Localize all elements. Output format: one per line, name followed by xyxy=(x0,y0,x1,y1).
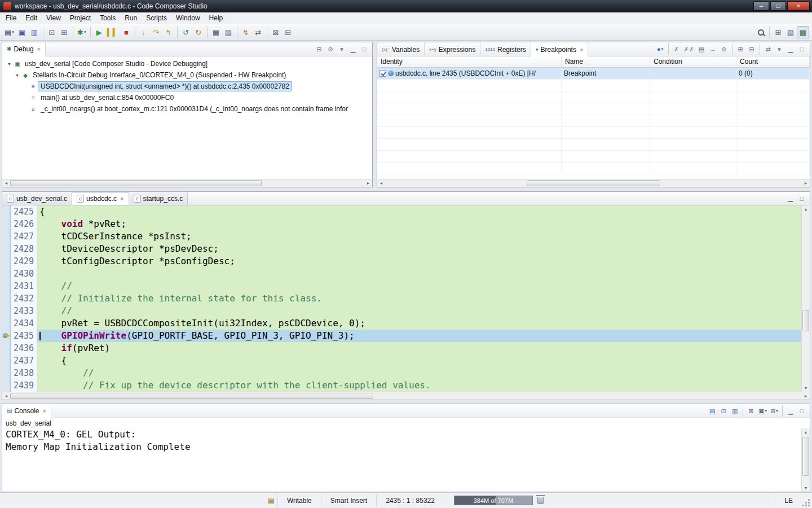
collapse-all-button[interactable]: ⊟ xyxy=(746,43,757,55)
scrollbar-thumb[interactable] xyxy=(802,437,809,476)
marker-column[interactable] xyxy=(2,367,11,379)
flash-button[interactable]: ↯ xyxy=(240,26,252,38)
code-line-2434[interactable]: 2434 pvRet = USBDCDCCompositeInit(ui32In… xyxy=(2,317,801,330)
debug-tree-item[interactable]: ▾◆Stellaris In-Circuit Debug Interface_0… xyxy=(2,69,372,81)
debug-tree-item[interactable]: ≡_c_int00_noargs() at boot_cortex_m.c:12… xyxy=(2,103,372,115)
code-line-2429[interactable]: 2429 tConfigDescriptor *psConfigDesc; xyxy=(2,255,801,268)
minimize-view-button[interactable]: ▁ xyxy=(785,405,796,417)
marker-column[interactable] xyxy=(2,268,11,280)
menu-tools[interactable]: Tools xyxy=(95,13,120,23)
code-line-2435[interactable]: 2435 GPIOPinWrite(GPIO_PORTF_BASE, GPIO_… xyxy=(2,330,801,342)
close-window-button[interactable]: × xyxy=(787,1,810,11)
code-line-2428[interactable]: 2428 tDeviceDescriptor *psDevDesc; xyxy=(2,243,801,255)
remove-all-breakpoints-button[interactable]: ✗✗ xyxy=(682,43,696,55)
marker-column[interactable] xyxy=(2,230,11,243)
menu-view[interactable]: View xyxy=(42,13,65,23)
debug-tree-item[interactable]: ≡main() at usb_dev_serial.c:854 0x00000F… xyxy=(2,92,372,103)
maximize-editor-button[interactable]: □ xyxy=(796,193,807,204)
code-text[interactable]: if(pvRet) xyxy=(37,342,801,354)
code-line-2438[interactable]: 2438 // xyxy=(2,367,801,379)
maximize-view-button[interactable]: □ xyxy=(796,43,807,55)
open-perspective-button[interactable]: ⊞ xyxy=(772,26,784,38)
code-line-2425[interactable]: 2425{ xyxy=(2,205,801,218)
scroll-right-icon[interactable]: ► xyxy=(802,392,810,400)
menu-help[interactable]: Help xyxy=(205,13,228,23)
scrollbar-thumb[interactable] xyxy=(527,180,660,186)
editor-tab-usb_dev_serial-c[interactable]: cusb_dev_serial.c xyxy=(2,192,72,205)
new-breakpoint-button[interactable]: ●▾ xyxy=(655,43,666,55)
link-with-debug-button[interactable]: ⇄ xyxy=(762,43,774,55)
clear-console-button[interactable]: ▤ xyxy=(707,405,718,417)
save-button[interactable]: ▣ xyxy=(16,26,28,38)
minimize-view-button[interactable]: ▁ xyxy=(347,43,359,55)
marker-column[interactable] xyxy=(2,317,11,330)
step-over-button[interactable]: ↷ xyxy=(150,26,162,38)
breakpoint-checkbox[interactable] xyxy=(379,70,386,77)
editor-hscrollbar[interactable]: ◄ ► xyxy=(2,392,810,400)
column-header-count[interactable]: Count xyxy=(736,56,810,67)
marker-column[interactable] xyxy=(2,218,11,230)
code-text[interactable]: // xyxy=(37,305,801,317)
remove-breakpoint-button[interactable]: ✗ xyxy=(671,43,682,55)
menu-scripts[interactable]: Scripts xyxy=(142,13,171,23)
connect-target-button[interactable]: ⇄ xyxy=(252,26,264,38)
save-all-button[interactable]: ▥ xyxy=(28,26,41,38)
code-text[interactable]: tCDCSerInstance *psInst; xyxy=(37,230,801,243)
scroll-up-icon[interactable]: ▲ xyxy=(802,428,810,436)
go-to-file-button[interactable]: → xyxy=(707,43,718,55)
scroll-left-icon[interactable]: ◄ xyxy=(2,392,10,400)
scroll-down-icon[interactable]: ▼ xyxy=(802,384,810,392)
code-line-2437[interactable]: 2437 { xyxy=(2,354,801,367)
expand-all-button[interactable]: ⊞ xyxy=(735,43,746,55)
terminate-button[interactable]: ■ xyxy=(120,26,133,38)
search-button[interactable] xyxy=(754,26,767,38)
code-line-2427[interactable]: 2427 tCDCSerInstance *psInst; xyxy=(2,230,801,243)
close-icon[interactable]: × xyxy=(580,46,583,53)
registers-view-button[interactable]: ▦ xyxy=(210,26,222,38)
menu-edit[interactable]: Edit xyxy=(21,13,42,23)
suspend-button[interactable]: ▍▍ xyxy=(105,26,120,38)
menu-project[interactable]: Project xyxy=(65,13,95,23)
marker-column[interactable] xyxy=(2,305,11,317)
memory-view-button[interactable]: ▨ xyxy=(222,26,235,38)
marker-column[interactable] xyxy=(2,379,11,392)
scrollbar-thumb[interactable] xyxy=(802,310,809,331)
word-wrap-button[interactable]: ▥ xyxy=(729,405,740,417)
resume-button[interactable]: ▶ xyxy=(93,26,105,38)
close-icon[interactable]: × xyxy=(37,46,41,52)
pin-button[interactable]: ⊠ xyxy=(270,26,282,38)
scroll-left-icon[interactable]: ◄ xyxy=(2,179,10,187)
code-text[interactable]: tDeviceDescriptor *psDevDesc; xyxy=(37,243,801,255)
code-line-2426[interactable]: 2426 void *pvRet; xyxy=(2,218,801,230)
tree-expander-icon[interactable]: ▾ xyxy=(6,62,13,67)
tree-expander-icon[interactable]: ▾ xyxy=(14,73,21,78)
editor-tab-startup_ccs-c[interactable]: cstartup_ccs.c xyxy=(129,192,188,205)
console-vscrollbar[interactable]: ▲ ▼ xyxy=(801,428,810,492)
debug-tree-item[interactable]: ▾▣usb_dev_serial [Code Composer Studio -… xyxy=(2,58,372,69)
garbage-collect-button[interactable] xyxy=(537,497,544,504)
menu-run[interactable]: Run xyxy=(120,13,142,23)
code-text[interactable]: void *pvRet; xyxy=(37,218,801,230)
new-button[interactable]: ▤▾ xyxy=(3,26,16,38)
editor-status-icon[interactable]: ▤ xyxy=(265,494,277,507)
code-line-2436[interactable]: 2436 if(pvRet) xyxy=(2,342,801,354)
debug-tree-item[interactable]: ≡USBDCDCInit(unsigned int, struct <unnam… xyxy=(2,81,372,92)
open-console-button[interactable]: ⊞▾ xyxy=(769,405,780,417)
column-header-name[interactable]: Name xyxy=(562,56,650,67)
skip-all-breakpoints-button[interactable]: ⊘ xyxy=(718,43,730,55)
restart-button[interactable]: ↺ xyxy=(180,26,192,38)
marker-column[interactable] xyxy=(2,354,11,367)
code-text[interactable]: { xyxy=(37,205,801,218)
scroll-down-icon[interactable]: ▼ xyxy=(802,484,810,492)
code-text[interactable] xyxy=(37,268,801,280)
tab-expressions[interactable]: x+yExpressions xyxy=(425,42,480,56)
display-selected-console-button[interactable]: ▣▾ xyxy=(757,405,769,417)
column-header-identity[interactable]: Identity xyxy=(377,56,562,67)
code-text[interactable]: // xyxy=(37,280,801,292)
code-text[interactable]: // Initialize the internal state for thi… xyxy=(37,292,801,305)
collapse-all-button[interactable]: ⊟ xyxy=(314,43,325,55)
build-button[interactable]: ⊞ xyxy=(58,26,70,38)
code-line-2432[interactable]: 2432 // Initialize the internal state fo… xyxy=(2,292,801,305)
code-text[interactable]: { xyxy=(37,354,801,367)
marker-column[interactable] xyxy=(2,243,11,255)
